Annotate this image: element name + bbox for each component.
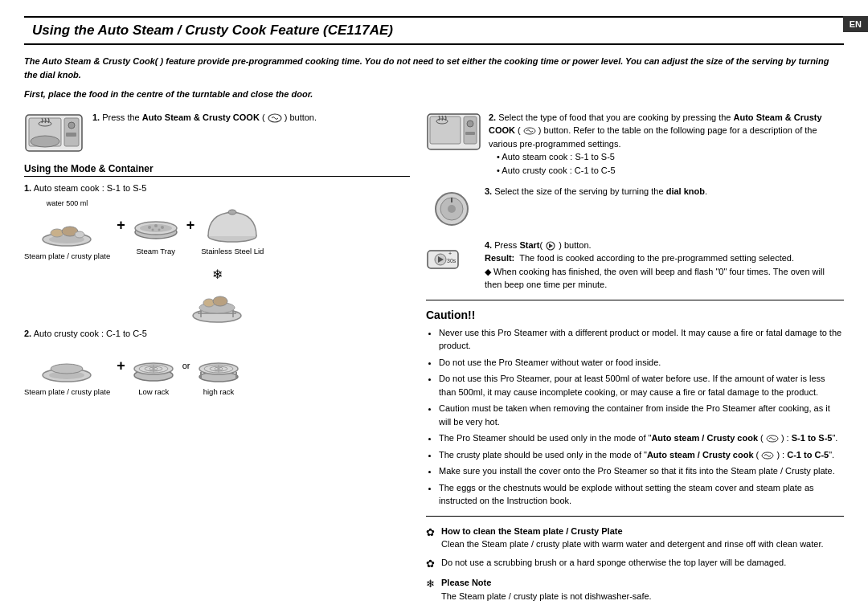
mode1: 1. Auto steam cook : S-1 to S-5 — [24, 183, 410, 193]
svg-point-19 — [151, 228, 154, 231]
caution-item8: The eggs or the chestnuts would be explo… — [439, 481, 844, 508]
step4-block: + 30s 4. Press Start( ) button. Result: … — [426, 239, 844, 292]
svg-point-32 — [51, 364, 83, 374]
plus2: + — [186, 218, 195, 232]
step2-list: Auto steam cook : S-1 to S-5 Auto crusty… — [489, 150, 844, 177]
svg-rect-55 — [465, 132, 475, 135]
page-title: Using the Auto Steam / Crusty Cook Featu… — [32, 22, 836, 39]
water-label: water 500 ml — [24, 199, 110, 207]
note1-title: How to clean the Steam plate / Crusty Pl… — [441, 526, 623, 536]
separator2 — [426, 516, 844, 517]
svg-text:30s: 30s — [447, 258, 457, 264]
steam-tray-label: Steam Tray — [132, 247, 180, 255]
step2-list-item2: Auto crusty cook : C-1 to C-5 — [497, 164, 844, 178]
svg-marker-68 — [549, 243, 553, 248]
step1-image — [24, 111, 84, 155]
svg-point-17 — [154, 224, 158, 227]
svg-text:+: + — [448, 251, 452, 256]
diagram1-row: water 500 ml Steam plate / crusty plate … — [24, 199, 410, 260]
caution-title: Caution!! — [426, 309, 844, 321]
step2-text: 2. Select the type of food that you are … — [489, 111, 844, 178]
or-sign: or — [182, 361, 190, 370]
intro-para1: The Auto Steam & Crusty Cook( ) feature … — [24, 55, 844, 81]
svg-point-3 — [68, 122, 75, 129]
diagram2-row: Steam plate / crusty plate + — [24, 345, 410, 396]
svg-rect-52 — [430, 116, 461, 144]
step3-block: 3. Select the size of the serving by tur… — [426, 185, 844, 231]
plus1: + — [117, 218, 125, 232]
result-bullet: ◆ When cooking has finished, the oven wi… — [485, 267, 825, 290]
diagram-steam-tray: Steam Tray — [132, 204, 180, 255]
diagram-steam-plate: water 500 ml Steam plate / crusty plate — [24, 199, 110, 260]
step4-image: + 30s — [426, 239, 478, 292]
snowflake-icon: ❄ — [426, 576, 435, 603]
steel-lid-label: Stainless Steel Lid — [201, 247, 264, 255]
plus3: + — [117, 358, 125, 373]
caution-item5: The Pro Steamer should be used only in t… — [439, 431, 844, 445]
page: EN Using the Auto Steam / Crusty Cook Fe… — [0, 0, 868, 613]
diagram-steel-lid: Stainless Steel Lid — [201, 204, 264, 255]
svg-point-20 — [158, 228, 160, 231]
diagram-low-rack: Low rack — [132, 345, 176, 396]
snowflake1: ❄ — [24, 267, 410, 282]
note3-title: Please Note — [441, 578, 491, 587]
step1-text: 1. Press the Auto Steam & Crusty COOK ( … — [92, 111, 317, 125]
step2-block: 2. Select the type of food that you are … — [426, 111, 844, 178]
diagram-high-rack: high rack — [197, 345, 241, 396]
caution-item6: The crusty plate should be used only in … — [439, 448, 844, 462]
svg-point-18 — [161, 226, 164, 229]
high-rack-label: high rack — [197, 387, 241, 396]
left-column: 1. Press the Auto Steam & Crusty COOK ( … — [24, 111, 410, 608]
intro-para2: First, place the food in the centre of t… — [24, 88, 844, 101]
svg-point-16 — [148, 226, 151, 229]
en-badge: EN — [843, 16, 868, 32]
note3-row: ❄ Please Note The Steam plate / crusty p… — [426, 576, 844, 603]
note2-row: ✿ Do not use a scrubbing brush or a hard… — [426, 556, 844, 572]
svg-point-29 — [213, 296, 227, 306]
step2-image — [426, 111, 482, 178]
diagram2-plate-label: Steam plate / crusty plate — [24, 387, 110, 396]
svg-point-5 — [31, 136, 59, 147]
step4-text: 4. Press Start( ) button. Result: The fo… — [485, 239, 844, 292]
separator1 — [426, 300, 844, 300]
step3-image — [426, 185, 478, 231]
diagram2-steam-plate: Steam plate / crusty plate — [24, 345, 110, 396]
caution-item4: Caution must be taken when removing the … — [439, 402, 844, 428]
caution-item3: Do not use this Pro Steamer, pour at lea… — [439, 372, 844, 398]
right-column: 2. Select the type of food that you are … — [426, 111, 844, 608]
note1-text: Clean the Steam plate / crusty plate wit… — [441, 539, 824, 549]
caution-item7: Make sure you install the cover onto the… — [439, 464, 844, 478]
svg-point-54 — [467, 121, 473, 127]
caution-list: Never use this Pro Steamer with a differ… — [426, 326, 844, 508]
caution-item2: Do not use the Pro Steamer without water… — [439, 356, 844, 370]
mode2: 2. Auto crusty cook : C-1 to C-5 — [24, 329, 410, 338]
svg-point-12 — [75, 231, 84, 238]
svg-point-60 — [448, 205, 456, 213]
low-rack-label: Low rack — [132, 387, 176, 396]
note3-content: Please Note The Steam plate / crusty pla… — [441, 576, 652, 603]
caution-item1: Never use this Pro Steamer with a differ… — [439, 326, 844, 353]
svg-point-10 — [51, 229, 63, 237]
note1-content: How to clean the Steam plate / Crusty Pl… — [441, 525, 824, 551]
step1-label: 1. — [92, 112, 100, 122]
svg-rect-4 — [66, 133, 76, 137]
step2-list-item1: Auto steam cook : S-1 to S-5 — [497, 150, 844, 164]
note1-icon: ✿ — [426, 525, 435, 551]
step1-block: 1. Press the Auto Steam & Crusty COOK ( … — [24, 111, 410, 155]
mode-section-title: Using the Mode & Container — [24, 163, 410, 177]
step3-text: 3. Select the size of the serving by tur… — [485, 185, 707, 231]
title-section: Using the Auto Steam / Crusty Cook Featu… — [24, 16, 844, 45]
note2-content: Do not use a scrubbing brush or a hard s… — [441, 556, 786, 572]
steam-plate-label: Steam plate / crusty plate — [24, 251, 110, 260]
svg-point-22 — [228, 210, 236, 215]
diagram-plate-with-rack-overlay — [191, 285, 244, 324]
note1-row: ✿ How to clean the Steam plate / Crusty … — [426, 525, 844, 551]
note3-text: The Steam plate / crusty plate is not di… — [441, 591, 652, 601]
note2-icon: ✿ — [426, 556, 435, 572]
